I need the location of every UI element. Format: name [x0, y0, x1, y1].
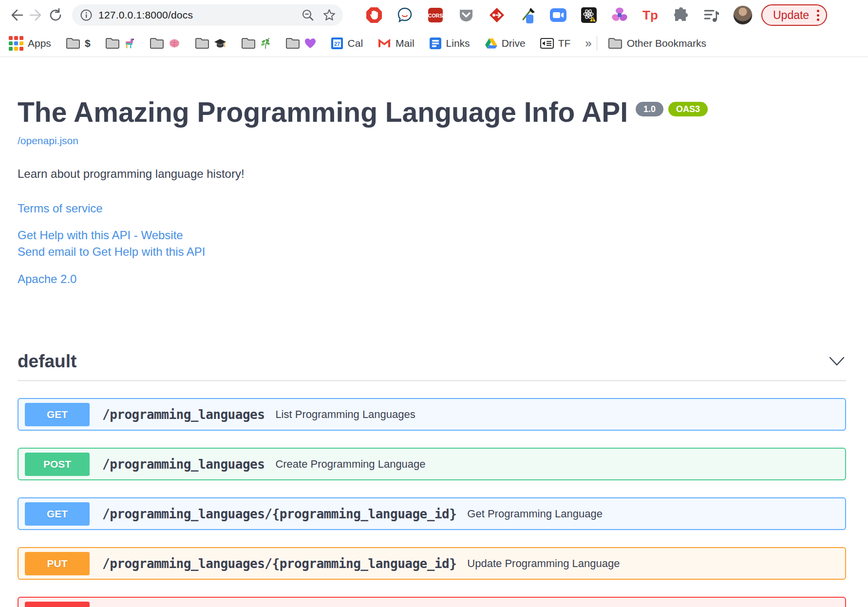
- back-arrow-icon: [9, 8, 24, 22]
- page-title: The Amazing Programming Language Info AP…: [18, 98, 846, 127]
- license-link[interactable]: Apache 2.0: [18, 272, 76, 285]
- browser-toolbar: 127.0.0.1:8000/docs CORS: [0, 0, 868, 30]
- stop-hand-blocker-icon[interactable]: [365, 6, 383, 24]
- bookmark-tf[interactable]: TF: [540, 38, 571, 49]
- bookmark-mail[interactable]: Mail: [377, 38, 415, 49]
- page-info-icon[interactable]: [80, 9, 93, 21]
- terms-of-service-link[interactable]: Terms of service: [18, 202, 103, 215]
- bookmark-calendar[interactable]: 27 Cal: [331, 37, 363, 50]
- bookmark-folder-herb[interactable]: [241, 38, 271, 49]
- purple-heart-icon: [304, 38, 316, 49]
- bookmark-folder-graduation[interactable]: [195, 38, 226, 49]
- operation-row-get-one[interactable]: GET /programming_languages/{programming_…: [18, 497, 846, 530]
- pocket-shield-icon[interactable]: [457, 6, 475, 24]
- herb-leaves-icon: [260, 38, 271, 49]
- tp-icon[interactable]: Tp: [642, 6, 659, 24]
- operation-row-delete[interactable]: DELETE /programming_languages/{programmi…: [18, 597, 846, 607]
- puzzle-extensions-icon[interactable]: [672, 6, 690, 24]
- apps-label: Apps: [28, 38, 51, 49]
- section-collapse-chevron-icon[interactable]: [828, 355, 846, 368]
- react-devtools-icon[interactable]: [580, 6, 598, 24]
- api-description: Learn about programming language history…: [18, 167, 846, 181]
- operation-path: /programming_languages: [102, 457, 264, 472]
- api-title-text: The Amazing Programming Language Info AP…: [18, 98, 628, 127]
- bookmark-folder-pinata[interactable]: [105, 38, 135, 49]
- back-button[interactable]: [7, 5, 26, 25]
- apps-shortcut[interactable]: Apps: [9, 36, 51, 51]
- operation-summary: List Programming Languages: [275, 408, 415, 421]
- bookmark-label: Cal: [348, 38, 363, 49]
- swagger-docs-page: The Amazing Programming Language Info AP…: [0, 57, 868, 607]
- pinata-horse-icon: [124, 38, 135, 49]
- url-text[interactable]: 127.0.0.1:8000/docs: [98, 9, 301, 21]
- folder-icon: [105, 38, 120, 49]
- operation-row-post-create[interactable]: POST /programming_languages Create Progr…: [18, 448, 846, 480]
- recycle-flower-icon[interactable]: [611, 6, 628, 24]
- bookmark-links[interactable]: Links: [429, 37, 470, 50]
- forward-arrow-icon: [29, 8, 43, 22]
- openapi-json-link[interactable]: /openapi.json: [18, 135, 78, 147]
- method-badge-delete: DELETE: [25, 602, 90, 607]
- operation-path: /programming_languages/{programming_lang…: [102, 556, 456, 571]
- folder-icon: [195, 38, 209, 49]
- graduation-cap-icon: [214, 38, 226, 49]
- bookmark-label: Drive: [502, 38, 526, 49]
- operation-path: /programming_languages: [102, 407, 264, 422]
- operation-row-get-list[interactable]: GET /programming_languages List Programm…: [18, 398, 846, 431]
- bookmarks-divider: [597, 36, 597, 51]
- bookmarks-overflow-chevron[interactable]: »: [585, 37, 591, 50]
- extensions-row: CORS: [365, 6, 720, 24]
- tf-card-icon: [540, 38, 554, 49]
- folder-icon: [608, 38, 623, 49]
- api-info-links: Terms of service Get Help with this API …: [18, 200, 846, 287]
- method-badge-get: GET: [25, 502, 90, 526]
- zoom-out-icon[interactable]: [301, 8, 315, 22]
- operation-summary: Get Programming Language: [467, 508, 603, 520]
- reload-button[interactable]: [46, 5, 65, 25]
- oas3-badge: OAS3: [668, 102, 708, 116]
- address-bar[interactable]: 127.0.0.1:8000/docs: [72, 4, 343, 26]
- zoom-camera-icon[interactable]: [549, 6, 567, 24]
- other-bookmarks-label: Other Bookmarks: [627, 38, 706, 49]
- chat-bubble-icon[interactable]: [396, 6, 414, 24]
- bookmark-folder-dollar[interactable]: $: [66, 38, 91, 49]
- music-queue-icon[interactable]: [703, 6, 720, 24]
- browser-menu-icon[interactable]: [817, 10, 819, 21]
- website-help-link[interactable]: Get Help with this API - Website: [18, 228, 183, 242]
- eyedropper-icon[interactable]: [519, 6, 536, 24]
- bookmark-drive[interactable]: Drive: [485, 38, 526, 49]
- bookmark-folder-brain[interactable]: [150, 38, 180, 49]
- bookmark-label: Links: [446, 38, 470, 49]
- reload-icon: [48, 8, 63, 22]
- svg-text:27: 27: [334, 41, 340, 47]
- section-title: default: [18, 351, 76, 372]
- google-drive-icon: [485, 38, 497, 49]
- update-label: Update: [773, 9, 809, 22]
- bookmark-star-icon[interactable]: [322, 8, 336, 22]
- blue-list-icon: [429, 37, 442, 50]
- cors-icon[interactable]: CORS: [427, 6, 444, 24]
- folder-icon: [241, 38, 256, 49]
- apps-grid-icon: [9, 36, 23, 51]
- profile-avatar[interactable]: [733, 5, 753, 25]
- bookmark-label: TF: [558, 38, 571, 49]
- share-diamond-icon[interactable]: [488, 6, 506, 24]
- other-bookmarks[interactable]: Other Bookmarks: [608, 38, 706, 49]
- google-calendar-icon: 27: [331, 37, 343, 50]
- operation-summary: Update Programming Language: [467, 557, 620, 570]
- email-help-link[interactable]: Send email to Get Help with this API: [18, 245, 206, 258]
- method-badge-put: PUT: [25, 552, 90, 575]
- bookmark-folder-heart[interactable]: [285, 38, 316, 49]
- method-badge-post: POST: [25, 453, 90, 476]
- forward-button[interactable]: [26, 5, 46, 25]
- section-header-default[interactable]: default: [18, 351, 846, 381]
- folder-icon: [285, 38, 300, 49]
- operation-path: /programming_languages/{programming_lang…: [102, 507, 456, 521]
- dollar-icon: $: [85, 38, 91, 49]
- folder-icon: [66, 38, 80, 49]
- folder-icon: [150, 38, 164, 49]
- operation-row-put-update[interactable]: PUT /programming_languages/{programming_…: [18, 547, 846, 580]
- version-badge: 1.0: [636, 102, 663, 116]
- update-button[interactable]: Update: [761, 4, 827, 26]
- operation-summary: Create Programming Language: [275, 458, 425, 471]
